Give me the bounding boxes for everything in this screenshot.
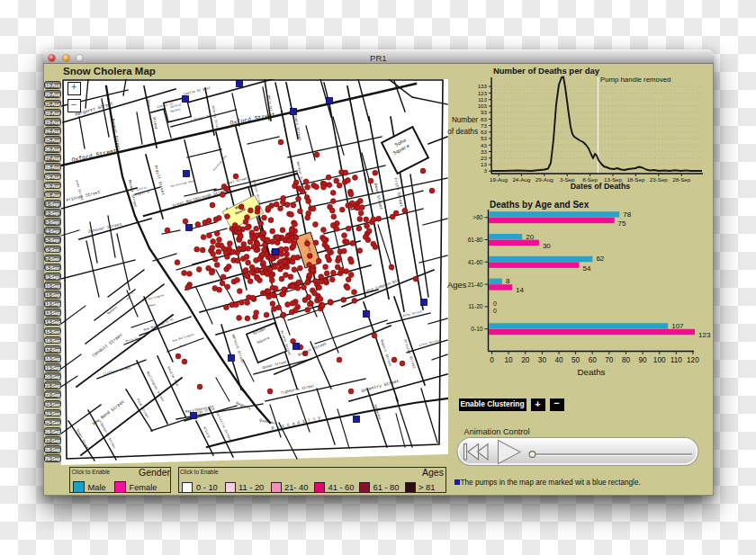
svg-text:>80: >80: [472, 214, 483, 220]
svg-text:Deaths: Deaths: [577, 367, 605, 377]
svg-text:20: 20: [521, 356, 530, 364]
svg-text:0: 0: [493, 300, 497, 307]
svg-text:0: 0: [490, 356, 494, 364]
svg-text:133: 133: [478, 83, 488, 89]
svg-text:80: 80: [622, 356, 631, 364]
svg-text:41-60: 41-60: [468, 259, 483, 265]
svg-text:Ages: Ages: [447, 280, 467, 290]
svg-text:3: 3: [484, 167, 488, 174]
svg-text:123: 123: [698, 331, 711, 339]
svg-text:73: 73: [481, 122, 487, 129]
svg-text:75: 75: [618, 219, 626, 228]
svg-text:Pump handle removed: Pump handle removed: [600, 76, 670, 84]
svg-text:93: 93: [481, 109, 487, 115]
svg-text:62: 62: [596, 255, 604, 263]
svg-text:Dates of Deaths: Dates of Deaths: [571, 182, 631, 191]
svg-text:30: 30: [543, 242, 551, 250]
svg-text:90: 90: [639, 356, 648, 364]
svg-text:100: 100: [653, 356, 666, 364]
svg-text:29-Aug: 29-Aug: [536, 176, 554, 183]
svg-text:10: 10: [505, 356, 514, 364]
svg-text:20: 20: [526, 233, 534, 241]
svg-text:33: 33: [481, 148, 487, 155]
svg-text:78: 78: [623, 210, 631, 219]
svg-text:50: 50: [572, 356, 580, 364]
svg-text:123: 123: [478, 90, 488, 96]
svg-text:43: 43: [481, 142, 487, 148]
svg-text:28-Sep: 28-Sep: [672, 176, 691, 183]
svg-text:60: 60: [589, 356, 598, 364]
svg-text:61-80: 61-80: [468, 237, 483, 243]
svg-text:54: 54: [583, 264, 591, 273]
svg-text:of deaths: of deaths: [447, 128, 478, 136]
svg-text:Number: Number: [452, 116, 478, 124]
svg-text:24-Aug: 24-Aug: [512, 176, 531, 183]
svg-text:30: 30: [538, 356, 547, 364]
svg-text:Deaths by Age and Sex: Deaths by Age and Sex: [490, 200, 590, 210]
svg-text:103: 103: [478, 103, 488, 109]
svg-text:Number of Deaths per day: Number of Deaths per day: [493, 66, 600, 76]
svg-text:0: 0: [493, 308, 497, 314]
svg-text:0-10: 0-10: [471, 326, 483, 332]
svg-text:11-20: 11-20: [468, 303, 483, 309]
svg-text:23: 23: [481, 155, 487, 161]
svg-text:113: 113: [478, 96, 487, 103]
svg-text:19-Aug: 19-Aug: [490, 176, 508, 183]
svg-text:14: 14: [516, 286, 524, 294]
svg-text:63: 63: [481, 129, 487, 135]
svg-text:23-Sep: 23-Sep: [650, 176, 669, 183]
svg-text:13: 13: [481, 161, 487, 167]
svg-text:107: 107: [671, 322, 684, 330]
svg-text:8: 8: [506, 277, 510, 285]
svg-text:120: 120: [687, 356, 699, 364]
svg-text:83: 83: [481, 116, 487, 122]
svg-text:40: 40: [554, 356, 563, 364]
svg-text:70: 70: [605, 356, 614, 364]
svg-text:21-40: 21-40: [468, 282, 483, 288]
svg-text:110: 110: [670, 356, 682, 364]
svg-text:53: 53: [481, 135, 487, 141]
